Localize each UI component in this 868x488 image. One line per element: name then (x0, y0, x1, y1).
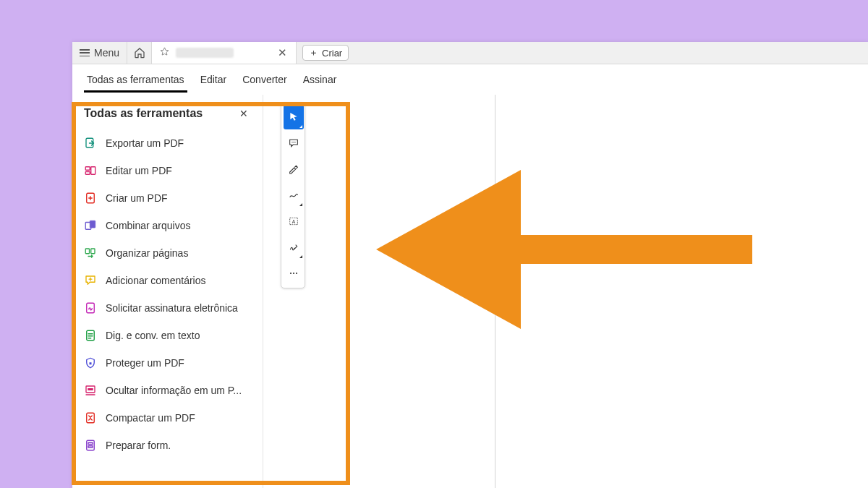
quick-text-select-button[interactable]: A (284, 209, 304, 234)
svg-point-19 (293, 142, 294, 142)
quick-comment-button[interactable] (284, 131, 304, 155)
tool-item[interactable]: Solicitar assinatura eletrônica (72, 294, 263, 322)
expand-corner-icon (299, 203, 302, 206)
svg-rect-3 (91, 167, 95, 175)
home-icon (134, 47, 145, 59)
tool-list: Exportar um PDFEditar um PDFCriar um PDF… (72, 129, 263, 459)
tool-item-label: Criar um PDF (106, 192, 168, 204)
home-button[interactable] (127, 42, 152, 64)
organize-pages-icon (84, 247, 97, 260)
menu-label: Menu (94, 47, 119, 59)
svg-point-23 (293, 273, 294, 274)
tool-item[interactable]: Dig. e conv. em texto (72, 322, 263, 349)
tool-item-label: Dig. e conv. em texto (106, 330, 200, 341)
quick-draw-button[interactable] (284, 183, 304, 207)
svg-rect-11 (90, 362, 92, 364)
tab-close-button[interactable]: ✕ (276, 45, 289, 61)
scan-ocr-icon (84, 329, 97, 342)
compress-pdf-icon (84, 411, 97, 424)
menu-button[interactable]: Menu (72, 42, 127, 64)
combine-files-icon (84, 219, 97, 232)
all-tools-panel: Todas as ferramentas ✕ Exportar um PDFEd… (72, 95, 263, 488)
tool-item[interactable]: Combinar arquivos (72, 212, 263, 239)
panel-header: Todas as ferramentas ✕ (72, 102, 263, 129)
request-esign-icon (84, 301, 97, 314)
titlebar: Menu ✕ ＋ Criar (72, 42, 868, 64)
svg-point-24 (296, 273, 297, 274)
tab-title (176, 48, 234, 58)
tool-item[interactable]: Organizar páginas (72, 239, 263, 267)
tool-item-label: Proteger um PDF (106, 357, 184, 369)
tool-item-label: Organizar páginas (106, 247, 188, 259)
tool-item-label: Ocultar informação em um P... (106, 385, 242, 396)
document-tab[interactable]: ✕ (152, 42, 297, 64)
quick-more-button[interactable] (284, 261, 304, 286)
tool-item[interactable]: Adicionar comentários (72, 267, 263, 294)
svg-rect-15 (87, 440, 95, 450)
vertical-divider (495, 95, 495, 488)
tool-tabs: Todas as ferramentas Editar Converter As… (72, 64, 868, 95)
svg-rect-7 (85, 249, 89, 254)
quick-sign-button[interactable] (284, 235, 304, 260)
svg-rect-8 (91, 249, 95, 254)
tool-item-label: Editar um PDF (106, 165, 172, 176)
tool-item-label: Preparar form. (106, 440, 171, 451)
quick-cursor-button[interactable] (284, 105, 304, 129)
svg-rect-17 (88, 446, 93, 448)
svg-rect-14 (87, 413, 95, 423)
tool-item[interactable]: Compactar um PDF (72, 404, 263, 432)
tool-item[interactable]: Editar um PDF (72, 157, 263, 184)
tool-item-label: Combinar arquivos (106, 220, 191, 231)
panel-close-button[interactable]: ✕ (237, 106, 251, 121)
tab-edit[interactable]: Editar (193, 67, 234, 93)
expand-corner-icon (299, 125, 302, 128)
create-button[interactable]: ＋ Criar (302, 45, 349, 61)
hamburger-icon (80, 49, 90, 56)
panel-title: Todas as ferramentas (84, 107, 203, 120)
svg-rect-16 (88, 442, 93, 444)
svg-rect-13 (88, 388, 93, 390)
quick-toolbar: A (281, 102, 305, 288)
svg-point-20 (294, 142, 295, 142)
expand-corner-icon (299, 255, 302, 258)
tool-item[interactable]: Exportar um PDF (72, 129, 263, 157)
svg-rect-10 (87, 330, 95, 341)
tool-item-label: Adicionar comentários (106, 275, 206, 286)
main-area: Todas as ferramentas ✕ Exportar um PDFEd… (72, 95, 868, 488)
app-window: Menu ✕ ＋ Criar Todas as ferramentas Edit… (72, 42, 868, 488)
svg-rect-6 (90, 221, 95, 228)
tool-item[interactable]: Preparar form. (72, 432, 263, 459)
svg-rect-1 (85, 167, 90, 171)
tab-all-tools[interactable]: Todas as ferramentas (80, 67, 192, 93)
tool-item[interactable]: Proteger um PDF (72, 349, 263, 377)
plus-icon: ＋ (309, 46, 318, 59)
tool-item[interactable]: Ocultar informação em um P... (72, 377, 263, 404)
star-icon[interactable] (159, 46, 170, 59)
add-comments-icon (84, 274, 97, 287)
svg-point-18 (292, 142, 292, 142)
create-label: Criar (322, 48, 342, 59)
prepare-form-icon (84, 439, 97, 452)
tool-item[interactable]: Criar um PDF (72, 184, 263, 212)
tool-item-label: Compactar um PDF (106, 412, 195, 424)
redact-icon (84, 384, 97, 397)
svg-text:A: A (292, 219, 296, 224)
export-pdf-icon (84, 137, 97, 150)
tool-item-label: Exportar um PDF (106, 137, 184, 149)
tab-sign[interactable]: Assinar (296, 67, 344, 93)
svg-rect-2 (85, 172, 90, 175)
tab-convert[interactable]: Converter (235, 67, 294, 93)
edit-pdf-icon (84, 164, 97, 177)
svg-point-22 (290, 273, 292, 274)
protect-pdf-icon (84, 356, 97, 369)
create-pdf-icon (84, 192, 97, 205)
quick-highlight-button[interactable] (284, 157, 304, 181)
tool-item-label: Solicitar assinatura eletrônica (106, 302, 238, 314)
